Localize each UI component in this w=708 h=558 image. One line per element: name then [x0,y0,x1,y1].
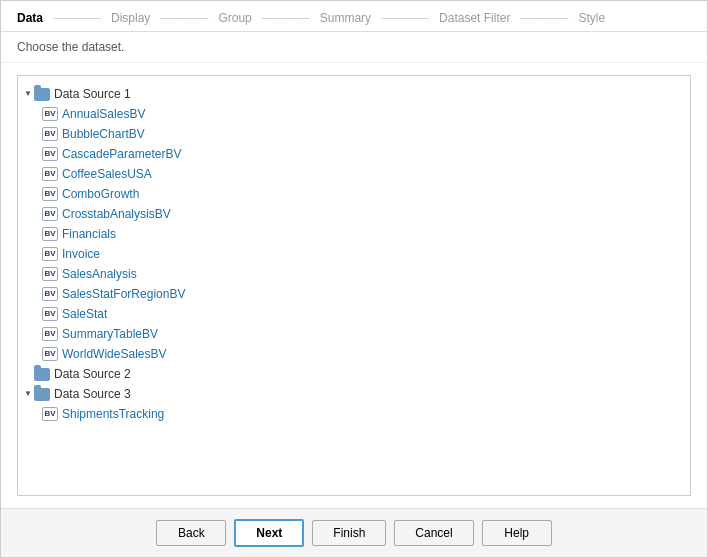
item-annualsalesbv[interactable]: AnnualSalesBV [62,105,145,123]
sep-3: ———— [262,11,310,25]
bv-icon: BV [42,267,58,281]
next-button[interactable]: Next [234,519,304,547]
item-crosstabanalysisbv[interactable]: CrosstabAnalysisBV [62,205,171,223]
datasource3-label[interactable]: Data Source 3 [54,385,131,403]
bv-icon: BV [42,107,58,121]
cancel-button[interactable]: Cancel [394,520,473,546]
list-item[interactable]: BV Financials [42,224,686,244]
step-data-label: Data [17,11,43,25]
list-item[interactable]: BV SummaryTableBV [42,324,686,344]
list-item[interactable]: BV ComboGrowth [42,184,686,204]
bv-icon: BV [42,287,58,301]
step-display: Display [111,11,150,25]
bv-icon: BV [42,347,58,361]
list-item[interactable]: Data Source 3 [22,384,686,404]
tree-panel[interactable]: Data Source 1 BV AnnualSalesBV BV Bubble… [17,75,691,496]
sep-5: ———— [520,11,568,25]
sep-4: ———— [381,11,429,25]
wizard-header: Data ———— Display ———— Group ———— Summar… [1,1,707,32]
list-item[interactable]: Data Source 1 [22,84,686,104]
bv-icon: BV [42,247,58,261]
chevron-icon[interactable] [22,388,34,400]
step-dataset-filter: Dataset Filter [439,11,510,25]
item-combogrowth[interactable]: ComboGrowth [62,185,139,203]
item-cascadeparameterbv[interactable]: CascadeParameterBV [62,145,181,163]
folder-icon [34,88,50,101]
step-style: Style [578,11,605,25]
bv-icon: BV [42,127,58,141]
wizard-body: Data Source 1 BV AnnualSalesBV BV Bubble… [1,63,707,508]
sep-1: ———— [53,11,101,25]
step-style-label: Style [578,11,605,25]
list-item[interactable]: BV CrosstabAnalysisBV [42,204,686,224]
wizard-subtitle: Choose the dataset. [1,32,707,63]
folder-icon [34,368,50,381]
wizard-container: Data ———— Display ———— Group ———— Summar… [0,0,708,558]
item-salestat[interactable]: SaleStat [62,305,107,323]
wizard-footer: Back Next Finish Cancel Help [1,508,707,557]
step-group-label: Group [218,11,251,25]
item-worldwidesalesbv[interactable]: WorldWideSalesBV [62,345,166,363]
list-item[interactable]: BV WorldWideSalesBV [42,344,686,364]
list-item[interactable]: BV AnnualSalesBV [42,104,686,124]
item-shipmentstracking[interactable]: ShipmentsTracking [62,405,164,423]
step-summary: Summary [320,11,371,25]
list-item[interactable]: Data Source 2 [22,364,686,384]
item-bubblechartbv[interactable]: BubbleChartBV [62,125,145,143]
back-button[interactable]: Back [156,520,226,546]
list-item[interactable]: BV SalesStatForRegionBV [42,284,686,304]
step-display-label: Display [111,11,150,25]
bv-icon: BV [42,167,58,181]
item-salesanalysis[interactable]: SalesAnalysis [62,265,137,283]
folder-icon [34,388,50,401]
bv-icon: BV [42,407,58,421]
list-item[interactable]: BV CascadeParameterBV [42,144,686,164]
bv-icon: BV [42,187,58,201]
step-summary-label: Summary [320,11,371,25]
chevron-icon[interactable] [22,88,34,100]
bv-icon: BV [42,327,58,341]
list-item[interactable]: BV ShipmentsTracking [42,404,686,424]
subtitle-text: Choose the dataset. [17,40,124,54]
datasource2-label[interactable]: Data Source 2 [54,365,131,383]
list-item[interactable]: BV SaleStat [42,304,686,324]
item-summarytablebv[interactable]: SummaryTableBV [62,325,158,343]
finish-button[interactable]: Finish [312,520,386,546]
datasource1-label[interactable]: Data Source 1 [54,85,131,103]
list-item[interactable]: BV BubbleChartBV [42,124,686,144]
help-button[interactable]: Help [482,520,552,546]
step-dataset-filter-label: Dataset Filter [439,11,510,25]
step-group: Group [218,11,251,25]
list-item[interactable]: BV Invoice [42,244,686,264]
list-item[interactable]: BV SalesAnalysis [42,264,686,284]
item-invoice[interactable]: Invoice [62,245,100,263]
bv-icon: BV [42,207,58,221]
bv-icon: BV [42,147,58,161]
list-item[interactable]: BV CoffeeSalesUSA [42,164,686,184]
item-coffeesalesusa[interactable]: CoffeeSalesUSA [62,165,152,183]
sep-2: ———— [160,11,208,25]
bv-icon: BV [42,227,58,241]
step-data: Data [17,11,43,25]
item-financials[interactable]: Financials [62,225,116,243]
bv-icon: BV [42,307,58,321]
item-salesstatforregionbv[interactable]: SalesStatForRegionBV [62,285,185,303]
